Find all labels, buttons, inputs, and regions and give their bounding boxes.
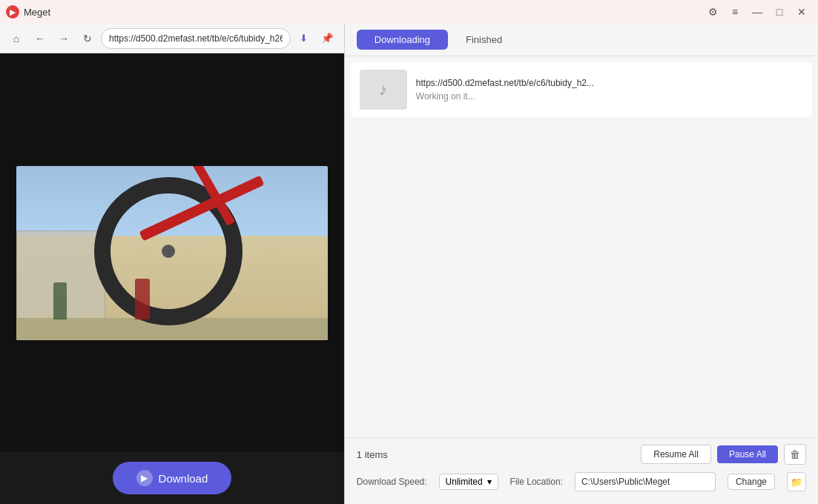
app-title: Meget [24,7,702,18]
back-button[interactable]: ← [30,28,50,49]
bottom-bar-row1: 1 items Resume All Pause All 🗑 [357,444,806,465]
person2 [135,279,150,319]
maximize-button[interactable]: □ [769,1,790,22]
video-thumbnail [16,166,328,340]
pin-button[interactable]: 📌 [317,28,338,49]
download-icon-button[interactable]: ⬇ [294,28,314,49]
download-btn-icon: ▶ [136,470,153,486]
item-info: https://d500.d2mefast.net/tb/e/c6/tubidy… [416,78,803,102]
speed-select[interactable]: Unlimited ▾ [439,474,498,490]
folder-button[interactable]: 📁 [787,472,806,491]
address-input[interactable] [101,28,291,49]
main-area: ⌂ ← → ↻ ⬇ 📌 [0,24,818,504]
tab-downloading[interactable]: Downloading [357,30,448,50]
items-count: 1 items [357,449,388,460]
window-controls: ⚙ ≡ — □ ✕ [702,1,812,22]
settings-button[interactable]: ⚙ [702,1,723,22]
download-item: ♪ https://d500.d2mefast.net/tb/e/c6/tubi… [351,62,812,117]
item-status: Working on it... [416,91,803,102]
item-url: https://d500.d2mefast.net/tb/e/c6/tubidy… [416,78,803,88]
speed-value: Unlimited [446,477,483,487]
location-label: File Location: [510,477,563,487]
delete-button[interactable]: 🗑 [784,444,806,465]
download-btn-label: Download [159,472,208,485]
close-button[interactable]: ✕ [791,1,812,22]
bottom-bar: 1 items Resume All Pause All 🗑 Download … [345,437,818,504]
person1 [53,282,67,319]
app-icon: ▶ [6,5,19,19]
forward-button[interactable]: → [53,28,74,49]
title-bar: ▶ Meget ⚙ ≡ — □ ✕ [0,0,818,24]
music-icon: ♪ [379,80,387,99]
menu-button[interactable]: ≡ [725,1,745,22]
bicycle-scene [16,166,328,340]
right-panel: Downloading Finished ♪ https://d500.d2me… [345,24,818,504]
change-button[interactable]: Change [728,474,775,490]
item-thumbnail: ♪ [360,70,407,110]
pause-all-button[interactable]: Pause All [717,445,778,463]
video-area [0,53,344,452]
tabs-row: Downloading Finished [345,24,818,56]
download-list: ♪ https://d500.d2mefast.net/tb/e/c6/tubi… [345,56,818,437]
refresh-button[interactable]: ↻ [77,28,98,49]
bottom-bar-row2: Download Speed: Unlimited ▾ File Locatio… [357,472,806,491]
speed-label: Download Speed: [357,477,427,487]
home-button[interactable]: ⌂ [6,28,27,49]
resume-all-button[interactable]: Resume All [641,445,711,464]
file-location-input[interactable] [575,472,716,491]
action-buttons: Resume All Pause All 🗑 [641,444,806,465]
tab-finished[interactable]: Finished [448,30,520,50]
download-btn-area: ▶ Download [0,452,344,504]
chevron-down-icon: ▾ [487,477,492,487]
address-bar: ⌂ ← → ↻ ⬇ 📌 [0,24,344,53]
download-button[interactable]: ▶ Download [113,462,232,494]
minimize-button[interactable]: — [747,1,768,22]
browser-panel: ⌂ ← → ↻ ⬇ 📌 [0,24,345,504]
